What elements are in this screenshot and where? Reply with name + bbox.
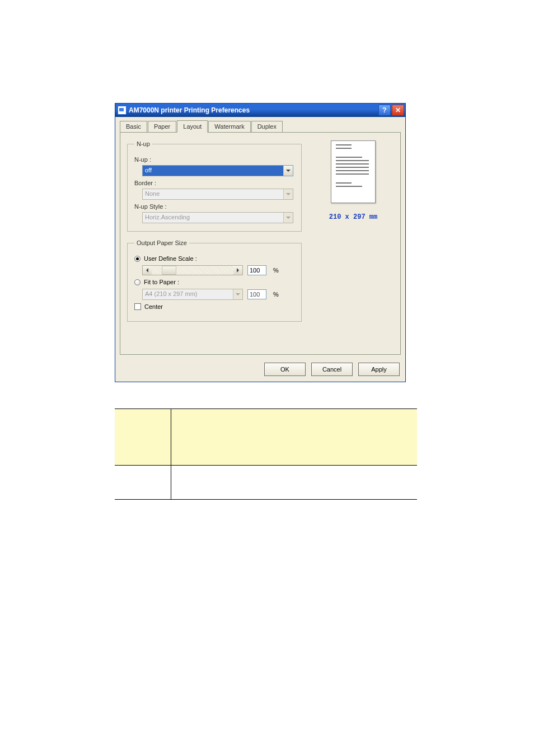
scale-value-input[interactable]: [247, 265, 266, 275]
cancel-button[interactable]: Cancel: [311, 363, 353, 376]
radio-fit-to-paper[interactable]: [134, 279, 140, 285]
center-checkbox[interactable]: [134, 303, 141, 310]
table-row: [115, 466, 417, 500]
fit-paper-select-value: A4 (210 x 297 mm): [143, 289, 233, 299]
tab-duplex[interactable]: Duplex: [251, 121, 283, 133]
fit-paper-select: A4 (210 x 297 mm): [142, 289, 243, 300]
preview-line: [336, 157, 362, 158]
table-header-cell: [171, 409, 417, 466]
ok-button-label: OK: [280, 366, 289, 373]
preview-area: 210 x 297 mm: [320, 140, 387, 221]
preview-line: [336, 173, 369, 175]
tab-label: Basic: [126, 123, 141, 130]
scale-decrement[interactable]: [143, 266, 152, 275]
output-legend: Output Paper Size: [134, 240, 189, 246]
preview-line: [336, 182, 352, 184]
nup-group: N-up N-up : off Border : None: [127, 140, 302, 232]
preview-line: [336, 186, 362, 187]
fit-to-paper-label: Fit to Paper :: [144, 279, 179, 285]
preferences-dialog: AM7000N printer Printing Preferences ? ✕…: [115, 103, 406, 382]
preview-line: [336, 170, 369, 171]
chevron-down-icon: [286, 193, 291, 195]
tab-layout[interactable]: Layout: [177, 120, 208, 133]
app-icon: [118, 106, 127, 115]
tab-basic[interactable]: Basic: [120, 121, 147, 133]
cancel-button-label: Cancel: [322, 366, 341, 373]
tab-label: Duplex: [257, 123, 277, 130]
nup-legend: N-up: [134, 140, 152, 147]
scale-thumb[interactable]: [162, 266, 176, 275]
nup-select-value: off: [143, 166, 283, 176]
tab-label: Layout: [183, 123, 202, 130]
titlebar: AM7000N printer Printing Preferences ? ✕: [115, 104, 405, 117]
apply-button[interactable]: Apply: [358, 363, 400, 376]
fit-scale-value-input: [247, 289, 266, 299]
ok-button[interactable]: OK: [264, 363, 306, 376]
center-option[interactable]: Center: [134, 303, 294, 310]
fit-to-paper-option[interactable]: Fit to Paper :: [134, 279, 294, 285]
table-cell: [171, 466, 417, 500]
border-label: Border :: [134, 180, 294, 186]
tab-label: Paper: [154, 123, 170, 130]
dialog-title: AM7000N printer Printing Preferences: [129, 106, 378, 114]
nup-select[interactable]: off: [142, 165, 293, 176]
tabs: Basic Paper Layout Watermark Duplex: [120, 120, 401, 133]
close-button[interactable]: ✕: [392, 105, 404, 116]
chevron-down-icon: [286, 217, 291, 219]
description-table-container: [115, 408, 417, 500]
table-header-row: [115, 409, 417, 466]
nup-label: N-up :: [134, 156, 294, 163]
help-icon: ?: [382, 106, 386, 114]
percent-label-1: %: [273, 267, 279, 274]
percent-label-2: %: [273, 291, 279, 298]
chevron-down-icon: [286, 170, 291, 172]
border-select-button: [283, 189, 293, 199]
dialog-body: Basic Paper Layout Watermark Duplex: [115, 117, 405, 357]
chevron-right-icon: [237, 268, 239, 273]
table-cell: [115, 466, 171, 500]
user-define-scale-option[interactable]: User Define Scale :: [134, 255, 294, 262]
preview-line: [336, 160, 369, 161]
border-select-value: None: [143, 189, 283, 199]
dialog-buttons: OK Cancel Apply: [115, 357, 405, 382]
nup-style-label: N-up Style :: [134, 203, 294, 210]
page-preview: [331, 140, 376, 203]
preview-line: [336, 144, 352, 145]
tab-label: Watermark: [214, 123, 244, 130]
nup-style-select-button: [283, 213, 293, 223]
nup-style-select-value: Horiz.Ascending: [143, 213, 283, 223]
table-header-cell: [115, 409, 171, 466]
nup-select-button[interactable]: [283, 166, 293, 176]
preview-line: [336, 163, 369, 165]
preview-line: [336, 167, 369, 168]
nup-style-select: Horiz.Ascending: [142, 212, 293, 223]
user-define-scale-label: User Define Scale :: [144, 255, 197, 262]
chevron-left-icon: [146, 268, 148, 273]
output-paper-size-group: Output Paper Size User Define Scale :: [127, 240, 302, 322]
scale-track[interactable]: [152, 266, 233, 275]
fit-paper-select-button: [233, 289, 242, 299]
radio-user-define[interactable]: [134, 256, 140, 262]
close-icon: ✕: [395, 106, 401, 114]
help-button[interactable]: ?: [378, 105, 391, 116]
center-label: Center: [144, 303, 163, 310]
chevron-down-icon: [236, 293, 240, 295]
tab-watermark[interactable]: Watermark: [208, 121, 250, 133]
window-buttons: ? ✕: [378, 105, 404, 116]
paper-dimensions: 210 x 297 mm: [320, 213, 387, 221]
border-select: None: [142, 189, 293, 200]
preview-line: [336, 148, 352, 149]
tab-paper[interactable]: Paper: [148, 121, 176, 133]
description-table: [115, 408, 417, 500]
apply-button-label: Apply: [371, 366, 387, 373]
scale-scrollbar[interactable]: [142, 265, 243, 275]
scale-increment[interactable]: [233, 266, 242, 275]
tab-panel-layout: N-up N-up : off Border : None: [120, 132, 401, 355]
